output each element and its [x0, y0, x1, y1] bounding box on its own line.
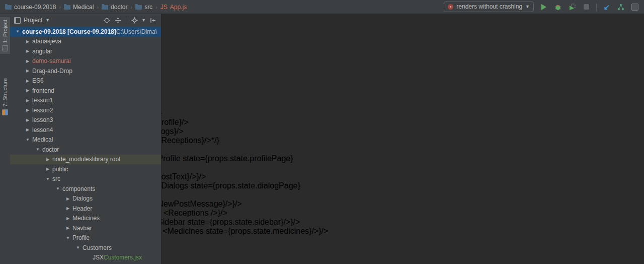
- hide-panel-icon: [150, 17, 156, 24]
- project-tool-window: Project ▼: [10, 14, 162, 264]
- tree-item[interactable]: ▶afanasjeva: [10, 37, 161, 47]
- tree-item[interactable]: ▶demo-samurai: [10, 56, 161, 67]
- update-arrow-icon: ↙: [604, 4, 610, 11]
- chevron-down-icon[interactable]: ▼: [141, 18, 146, 23]
- toolbar-separator: [596, 3, 597, 11]
- update-project-button[interactable]: ↙: [603, 3, 611, 11]
- chevron-right-icon[interactable]: ▶: [23, 69, 32, 73]
- chevron-right-icon[interactable]: ▶: [63, 196, 72, 201]
- file-type-badge: JS: [160, 4, 168, 11]
- chevron-right-icon[interactable]: ▶: [23, 127, 32, 132]
- chevron-right-icon[interactable]: ▶: [63, 206, 72, 211]
- chevron-right-icon[interactable]: ▶: [43, 157, 52, 162]
- tree-item[interactable]: ▶node_moduleslibrary root: [10, 155, 161, 165]
- run-button[interactable]: [540, 3, 548, 11]
- chevron-right-icon[interactable]: ▶: [23, 118, 32, 122]
- tree-item[interactable]: ▼components: [10, 184, 161, 194]
- tree-item[interactable]: ▶Dialogs: [10, 194, 161, 204]
- tree-item[interactable]: ▶Header: [10, 204, 161, 214]
- chevron-down-icon[interactable]: ▼: [63, 236, 72, 240]
- gear-icon: [131, 17, 138, 24]
- sidebar-item-structure[interactable]: 7: Structure: [0, 76, 10, 118]
- breadcrumb-item[interactable]: doctor: [102, 4, 127, 11]
- tree-item[interactable]: ▶lesson2: [10, 105, 161, 115]
- chevron-down-icon[interactable]: ▼: [13, 29, 22, 34]
- hide-panel-button[interactable]: [149, 16, 157, 24]
- chevron-down-icon: ▼: [525, 4, 530, 9]
- chevron-right-icon[interactable]: ▶: [23, 98, 32, 103]
- chevron-down-icon[interactable]: ▼: [53, 186, 62, 191]
- tree-item-label: Navbar: [72, 225, 92, 232]
- chevron-down-icon[interactable]: ▼: [73, 245, 83, 250]
- chevron-right-icon[interactable]: ▶: [63, 216, 72, 221]
- tree-item-label: lesson4: [32, 126, 53, 134]
- tree-item-label: lesson2: [32, 107, 53, 114]
- chevron-right-icon[interactable]: ▶: [23, 39, 32, 44]
- breadcrumb-label: course-09.2018: [14, 4, 56, 11]
- breadcrumb: course-09.2018›Medical›doctor›src›JSApp.…: [5, 4, 187, 11]
- tree-item-label: ES6: [32, 77, 44, 84]
- locate-button[interactable]: [103, 16, 111, 24]
- tree-item[interactable]: ▶Drag-and-Drop: [10, 66, 161, 76]
- tree-item[interactable]: ▶frontend: [10, 86, 161, 96]
- tree-item[interactable]: ▶angular: [10, 46, 161, 56]
- chevron-right-icon[interactable]: ▶: [23, 59, 32, 63]
- chevron-down-icon[interactable]: ▼: [45, 18, 50, 23]
- chevron-right-icon[interactable]: ▶: [23, 79, 32, 83]
- tree-item[interactable]: ▼src: [10, 174, 161, 184]
- jsx-file-icon: JSX: [93, 254, 104, 261]
- stop-button[interactable]: [582, 3, 590, 11]
- settings-box-button[interactable]: [631, 3, 639, 11]
- tree-item[interactable]: ▼doctor: [10, 145, 161, 155]
- sidebar-item-project[interactable]: 1: Project: [0, 17, 10, 54]
- chevron-down-icon[interactable]: ▼: [23, 138, 32, 142]
- tree-item[interactable]: ▶ES6: [10, 76, 161, 86]
- tree-item[interactable]: ▶Medicines: [10, 214, 161, 224]
- tree-item-label: node_modules: [52, 156, 92, 163]
- run-config-label: renders without crashing: [456, 3, 522, 10]
- chevron-right-icon[interactable]: ▶: [63, 226, 72, 230]
- run-config-select[interactable]: renders without crashing ▼: [444, 2, 534, 12]
- breadcrumb-item[interactable]: src: [135, 4, 152, 11]
- tree-item-label: src: [52, 175, 60, 182]
- breadcrumb-file-label: App.js: [170, 4, 187, 11]
- tree-item[interactable]: ▶public: [10, 164, 161, 174]
- tree-item-label: Medical: [32, 136, 53, 143]
- breadcrumb-separator: ›: [155, 4, 157, 10]
- chevron-right-icon[interactable]: ▶: [43, 167, 52, 171]
- tree-item[interactable]: JSXCustomers.jsx: [10, 253, 161, 263]
- file-type-badge: JSX: [93, 254, 104, 261]
- chevron-right-icon[interactable]: ▶: [23, 108, 32, 112]
- breadcrumb-label: doctor: [111, 4, 127, 11]
- tree-item-label: angular: [32, 48, 52, 55]
- run-with-coverage-button[interactable]: [568, 3, 576, 11]
- breadcrumb-item-file[interactable]: JSApp.js: [160, 4, 187, 11]
- debug-button[interactable]: [554, 3, 562, 11]
- tree-item-label: demo-samurai: [32, 57, 71, 64]
- tree-item[interactable]: ▼Customers: [10, 243, 161, 253]
- project-panel-header: Project ▼: [10, 14, 161, 26]
- tree-item[interactable]: ▶lesson1: [10, 96, 161, 106]
- breadcrumb-item[interactable]: Medical: [64, 4, 94, 11]
- tree-item[interactable]: ▶lesson4: [10, 125, 161, 135]
- tree-item[interactable]: ▼Medical: [10, 135, 161, 145]
- chevron-right-icon[interactable]: ▶: [23, 49, 32, 53]
- folder-icon: [5, 5, 12, 10]
- tree-item-label: frontend: [32, 87, 54, 94]
- chevron-down-icon[interactable]: ▼: [43, 177, 52, 181]
- breadcrumb-item[interactable]: course-09.2018: [5, 4, 56, 11]
- vcs-share-button[interactable]: [617, 3, 625, 11]
- settings-gear-button[interactable]: [130, 16, 138, 24]
- chevron-right-icon[interactable]: ▶: [23, 88, 32, 93]
- js-file-icon: JS: [160, 4, 168, 11]
- breadcrumb-separator: ›: [130, 4, 132, 10]
- project-toolwindow-icon: [2, 45, 8, 51]
- tree-item[interactable]: ▶lesson3: [10, 115, 161, 125]
- tree-item[interactable]: ▼course-09.2018 [Course-09.2018]C:\Users…: [10, 27, 161, 37]
- chevron-down-icon[interactable]: ▼: [33, 147, 42, 152]
- tree-item-label: Dialogs: [72, 195, 93, 202]
- collapse-all-button[interactable]: [114, 16, 122, 24]
- folder-icon: [135, 5, 142, 10]
- tree-item[interactable]: ▼Profile: [10, 233, 161, 243]
- tree-item[interactable]: ▶Navbar: [10, 223, 161, 233]
